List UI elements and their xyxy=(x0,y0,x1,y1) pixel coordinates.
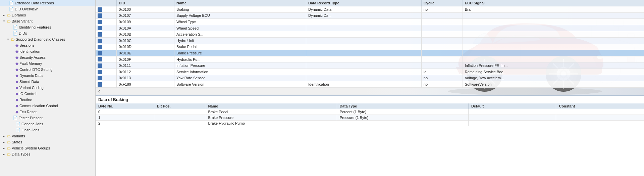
table-row[interactable]: 0x0107 Supply Voltage ECU Dynamic Da... xyxy=(96,12,644,19)
row-did: 0x010F xyxy=(117,56,174,62)
sidebar-item-data-types[interactable]: ▶ 🗁 Data Types xyxy=(0,151,95,157)
sidebar-item-sessions[interactable]: ◆ Sessions xyxy=(0,42,95,48)
table-row[interactable]: 0x0113 Yaw Rate Sensor no Voltage, Yaw a… xyxy=(96,75,644,81)
tree-icon-diamond: ◆ xyxy=(15,79,18,84)
sidebar-item-identifying-features[interactable]: 📄 Identifying Features xyxy=(0,24,95,30)
row-icon xyxy=(98,51,102,55)
row-did: 0x0112 xyxy=(117,69,174,75)
row-icon xyxy=(98,39,102,43)
row-cyclic xyxy=(421,56,463,62)
row-did: 0x0111 xyxy=(117,62,174,69)
tree-icon-folder: 🗁 xyxy=(7,152,11,157)
row-type xyxy=(306,62,422,69)
row-did: 0x010E xyxy=(117,50,174,56)
sidebar-item-tester-present[interactable]: 📄 Tester Present xyxy=(0,115,95,121)
row-ecu-signal xyxy=(463,12,644,19)
table-row[interactable]: 0x0100 Braking Dynamic Data no Bra... xyxy=(96,6,644,13)
table-row[interactable]: 0x0109 Wheel Type xyxy=(96,19,644,25)
row-icon-cell xyxy=(96,81,117,88)
tree-icon-folder: 🗁 xyxy=(7,140,11,144)
row-name: Inflation Pressure xyxy=(174,62,306,69)
row-cyclic xyxy=(421,25,463,31)
row-name: Wheel Speed xyxy=(174,25,306,31)
row-cyclic xyxy=(421,37,463,44)
table-row[interactable]: 0x0112 Service Information lo Remaining … xyxy=(96,69,644,75)
sidebar-item-vehicle-system-groups[interactable]: ▶ 🗁 Vehicle System Groups xyxy=(0,145,95,151)
table-row[interactable]: 0x010C Hydro Unit xyxy=(96,37,644,44)
tree-icon-doc: 📄 xyxy=(13,31,18,36)
sidebar-item-dids[interactable]: 📄 DIDs xyxy=(0,30,95,36)
tree-icon-doc: 📄 xyxy=(13,116,18,120)
table-row[interactable]: 0x0111 Inflation Pressure Inflation Pres… xyxy=(96,62,644,69)
tree-icon-folder: 🗁 xyxy=(7,13,11,17)
tree-icon-diamond: ◆ xyxy=(15,43,18,48)
sidebar-item-states[interactable]: ▶ 🗁 States xyxy=(0,139,95,145)
sub-row-name: Brake Pressure xyxy=(205,115,337,120)
sidebar-item-extended-data-records[interactable]: 📄 Extended Data Records xyxy=(0,0,95,6)
scroll-left-indicator[interactable]: < xyxy=(96,88,644,95)
row-ecu-signal xyxy=(463,25,644,31)
sidebar-item-identification[interactable]: ◆ Identification xyxy=(0,48,95,54)
tree-icon-diamond: ◆ xyxy=(15,49,18,54)
main-content: DID Name Data Record Type Cyclic ECU Sig… xyxy=(96,0,644,176)
tree-icon-diamond: ◆ xyxy=(15,55,18,60)
sidebar-item-io-control[interactable]: ◆ IO Control xyxy=(0,91,95,97)
sidebar: 📄 Extended Data Records 📄 DID Overview ▶… xyxy=(0,0,96,176)
sidebar-item-routine[interactable]: ◆ Routine xyxy=(0,97,95,103)
row-ecu-signal: Remaining Service Boo... xyxy=(463,69,644,75)
main-table: DID Name Data Record Type Cyclic ECU Sig… xyxy=(96,0,644,88)
sidebar-item-supported-diagnostic-classes[interactable]: ▼ 🗁 Supported Diagnostic Classes xyxy=(0,36,95,42)
sidebar-item-communication-control[interactable]: ◆ Communication Control xyxy=(0,103,95,109)
tree-label: DID Overview xyxy=(15,7,38,11)
sidebar-item-base-variant[interactable]: ▼ 🗁 Base Variant xyxy=(0,18,95,24)
row-type xyxy=(306,44,422,50)
tree-label: Dynamic Data xyxy=(19,74,43,78)
row-icon xyxy=(98,20,102,24)
row-icon-cell xyxy=(96,19,117,25)
row-icon xyxy=(98,45,102,49)
sidebar-item-security-access[interactable]: ◆ Security Access xyxy=(0,54,95,60)
sidebar-item-fault-memory[interactable]: ◆ Fault Memory xyxy=(0,60,95,67)
table-row[interactable]: 0x010A Wheel Speed xyxy=(96,25,644,31)
sidebar-item-did-overview[interactable]: 📄 DID Overview xyxy=(0,6,95,12)
tree-label: Libraries xyxy=(12,13,26,17)
row-did: 0x010B xyxy=(117,31,174,38)
row-icon-cell xyxy=(96,25,117,31)
table-row[interactable]: 0x010B Acceleration S... xyxy=(96,31,644,38)
sidebar-item-control-dtc-setting[interactable]: ◆ Control DTC Setting xyxy=(0,67,95,73)
sidebar-item-ecu-reset[interactable]: ◆ Ecu Reset xyxy=(0,109,95,115)
sidebar-item-variants[interactable]: ▶ 🗁 Variants xyxy=(0,133,95,139)
sub-row-byte: 1 xyxy=(96,115,154,120)
sub-col-constant: Constant xyxy=(556,103,644,109)
row-cyclic: no xyxy=(421,81,463,88)
expand-icon: ▶ xyxy=(3,153,6,156)
row-name: Hydraulic Pu... xyxy=(174,56,306,62)
sidebar-item-dynamic-data[interactable]: ◆ Dynamic Data xyxy=(0,73,95,79)
row-type xyxy=(306,75,422,81)
table-row[interactable]: 0x010D Brake Pedal xyxy=(96,44,644,50)
row-type xyxy=(306,37,422,44)
table-row[interactable]: 0x010E Brake Pressure xyxy=(96,50,644,56)
row-cyclic xyxy=(421,62,463,69)
col-icon xyxy=(96,0,117,6)
sidebar-item-libraries[interactable]: ▶ 🗁 Libraries xyxy=(0,12,95,18)
row-icon xyxy=(98,32,102,37)
table-row[interactable]: 0xF189 Software Version Identification n… xyxy=(96,81,644,88)
sub-table-row[interactable]: 0 Brake Pedal Percent (1 Byte) xyxy=(96,109,644,115)
row-icon xyxy=(98,7,102,12)
row-icon-cell xyxy=(96,44,117,50)
sub-table-row[interactable]: 1 Brake Pressure Pressure (1 Byte) xyxy=(96,115,644,120)
sidebar-item-stored-data[interactable]: ◆ Stored Data xyxy=(0,79,95,85)
sub-row-default xyxy=(468,109,556,115)
tree-icon-diamond: ◆ xyxy=(15,109,18,114)
row-did: 0x0107 xyxy=(117,12,174,19)
sidebar-item-generic-jobs[interactable]: 📄 Generic Jobs xyxy=(0,121,95,127)
row-ecu-signal xyxy=(463,44,644,50)
sub-row-datatype: Pressure (1 Byte) xyxy=(337,115,468,120)
table-row[interactable]: 0x010F Hydraulic Pu... xyxy=(96,56,644,62)
sidebar-item-variant-coding[interactable]: ◆ Variant Coding xyxy=(0,85,95,91)
row-type xyxy=(306,19,422,25)
sidebar-item-flash-jobs[interactable]: 📄 Flash Jobs xyxy=(0,127,95,133)
sub-table-row[interactable]: 2 Brake Hydraulic Pump xyxy=(96,120,644,126)
row-name: Yaw Rate Sensor xyxy=(174,75,306,81)
